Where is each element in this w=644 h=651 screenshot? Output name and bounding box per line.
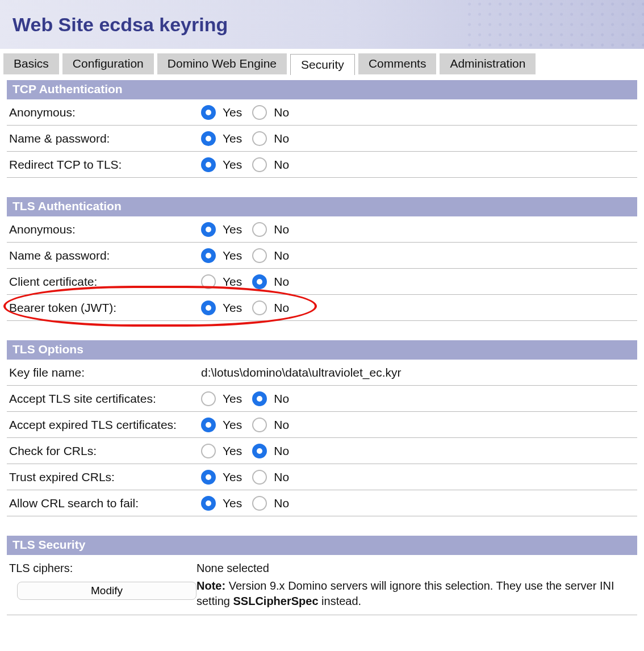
row-anonymous: Anonymous:YesNo: [7, 216, 637, 243]
radio-group-client-certificate: YesNo: [201, 274, 292, 289]
section-tls-security: TLS Security TLS ciphers: Modify None se…: [7, 536, 637, 615]
row-bearer-token-jwt: Bearer token (JWT):YesNo: [7, 295, 637, 321]
option-label-no: No: [274, 444, 289, 458]
tab-comments[interactable]: Comments: [358, 53, 437, 74]
radio-redirect-tcp-to-tls-yes[interactable]: [201, 157, 216, 172]
note-text-b: instead.: [319, 595, 362, 607]
label-anonymous: Anonymous:: [9, 106, 196, 119]
label-allow-crl-search-to-fail: Allow CRL search to fail:: [9, 496, 196, 510]
row-anonymous: Anonymous:YesNo: [7, 99, 637, 126]
option-label-yes: Yes: [223, 496, 242, 510]
radio-anonymous-yes[interactable]: [201, 222, 216, 237]
radio-trust-expired-crls-yes[interactable]: [201, 470, 216, 485]
radio-accept-expired-tls-certificates-no[interactable]: [252, 418, 267, 432]
radio-group-anonymous: YesNo: [201, 222, 292, 237]
option-label-no: No: [274, 106, 289, 119]
label-bearer-token-jwt: Bearer token (JWT):: [9, 301, 196, 315]
row-accept-tls-site-certificates: Accept TLS site certificates:YesNo: [7, 386, 637, 412]
radio-anonymous-no[interactable]: [252, 105, 267, 120]
radio-redirect-tcp-to-tls-no[interactable]: [252, 157, 267, 172]
option-label-yes: Yes: [223, 275, 242, 289]
row-redirect-tcp-to-tls: Redirect TCP to TLS:YesNo: [7, 152, 637, 178]
label-tls-ciphers: TLS ciphers:: [9, 560, 196, 575]
radio-anonymous-yes[interactable]: [201, 105, 216, 120]
radio-accept-tls-site-certificates-no[interactable]: [252, 391, 267, 406]
section-tls-authentication: TLS Authentication Anonymous:YesNoName &…: [7, 197, 637, 321]
option-label-yes: Yes: [223, 392, 242, 406]
label-trust-expired-crls: Trust expired CRLs:: [9, 470, 196, 484]
option-label-yes: Yes: [223, 418, 242, 432]
radio-group-anonymous: YesNo: [201, 105, 292, 120]
value-tls-ciphers: None selected: [196, 560, 635, 578]
row-name-password: Name & password:YesNo: [7, 243, 637, 269]
option-label-no: No: [274, 418, 289, 432]
page-banner: Web Site ecdsa keyring: [0, 0, 644, 49]
section-header-tls-security: TLS Security: [7, 536, 637, 555]
content-area: TCP Authentication Anonymous:YesNoName &…: [0, 80, 644, 627]
tab-security[interactable]: Security: [290, 54, 355, 75]
row-accept-expired-tls-certificates: Accept expired TLS certificates:YesNo: [7, 412, 637, 438]
label-name-password: Name & password:: [9, 132, 196, 145]
radio-client-certificate-no[interactable]: [252, 274, 267, 289]
section-header-tcp-authentication: TCP Authentication: [7, 80, 637, 99]
radio-allow-crl-search-to-fail-no[interactable]: [252, 496, 267, 511]
radio-check-for-crls-no[interactable]: [252, 444, 267, 458]
radio-group-name-password: YesNo: [201, 248, 292, 263]
radio-group-name-password: YesNo: [201, 131, 292, 146]
radio-accept-expired-tls-certificates-yes[interactable]: [201, 418, 216, 432]
radio-allow-crl-search-to-fail-yes[interactable]: [201, 496, 216, 511]
row-allow-crl-search-to-fail: Allow CRL search to fail:YesNo: [7, 490, 637, 516]
radio-client-certificate-yes[interactable]: [201, 274, 216, 289]
row-key-file-name: Key file name: d:\lotus\domino\data\ultr…: [7, 360, 637, 386]
row-name-password: Name & password:YesNo: [7, 126, 637, 152]
radio-name-password-no[interactable]: [252, 248, 267, 263]
radio-check-for-crls-yes[interactable]: [201, 444, 216, 458]
radio-bearer-token-jwt-yes[interactable]: [201, 301, 216, 315]
option-label-no: No: [274, 249, 289, 262]
row-check-for-crls: Check for CRLs:YesNo: [7, 438, 637, 464]
label-accept-tls-site-certificates: Accept TLS site certificates:: [9, 392, 196, 406]
row-client-certificate: Client certificate:YesNo: [7, 269, 637, 295]
option-label-yes: Yes: [223, 223, 242, 236]
radio-trust-expired-crls-no[interactable]: [252, 470, 267, 485]
option-label-yes: Yes: [223, 158, 242, 172]
label-redirect-tcp-to-tls: Redirect TCP to TLS:: [9, 158, 196, 172]
option-label-no: No: [274, 470, 289, 484]
tab-configuration[interactable]: Configuration: [62, 53, 154, 74]
section-header-tls-options: TLS Options: [7, 340, 637, 360]
option-label-no: No: [274, 158, 289, 172]
label-key-file-name: Key file name:: [9, 366, 196, 379]
radio-anonymous-no[interactable]: [252, 222, 267, 237]
option-label-yes: Yes: [223, 470, 242, 484]
page-title: Web Site ecdsa keyring: [12, 14, 228, 36]
radio-bearer-token-jwt-no[interactable]: [252, 301, 267, 315]
radio-accept-tls-site-certificates-yes[interactable]: [201, 391, 216, 406]
label-accept-expired-tls-certificates: Accept expired TLS certificates:: [9, 418, 196, 432]
option-label-yes: Yes: [223, 249, 242, 262]
row-tls-ciphers: TLS ciphers: Modify None selected Note: …: [7, 555, 637, 615]
tls-ciphers-note: Note: Version 9.x Domino servers will ig…: [196, 578, 635, 609]
section-tcp-authentication: TCP Authentication Anonymous:YesNoName &…: [7, 80, 637, 178]
tab-domino-web-engine[interactable]: Domino Web Engine: [157, 53, 287, 74]
radio-name-password-no[interactable]: [252, 131, 267, 146]
radio-group-accept-tls-site-certificates: YesNo: [201, 391, 292, 406]
tab-bar: BasicsConfigurationDomino Web EngineSecu…: [0, 49, 644, 74]
radio-group-trust-expired-crls: YesNo: [201, 470, 292, 485]
radio-group-bearer-token-jwt: YesNo: [201, 301, 292, 315]
modify-button[interactable]: Modify: [17, 582, 196, 600]
option-label-no: No: [274, 392, 289, 406]
radio-name-password-yes[interactable]: [201, 131, 216, 146]
option-label-no: No: [274, 496, 289, 510]
option-label-yes: Yes: [223, 132, 242, 145]
label-client-certificate: Client certificate:: [9, 275, 196, 289]
radio-group-redirect-tcp-to-tls: YesNo: [201, 157, 292, 172]
tab-administration[interactable]: Administration: [440, 53, 536, 74]
option-label-yes: Yes: [223, 106, 242, 119]
section-header-tls-authentication: TLS Authentication: [7, 197, 637, 216]
label-check-for-crls: Check for CRLs:: [9, 444, 196, 458]
label-anonymous: Anonymous:: [9, 223, 196, 236]
tab-basics[interactable]: Basics: [3, 53, 59, 74]
option-label-no: No: [274, 132, 289, 145]
radio-group-allow-crl-search-to-fail: YesNo: [201, 496, 292, 511]
radio-name-password-yes[interactable]: [201, 248, 216, 263]
